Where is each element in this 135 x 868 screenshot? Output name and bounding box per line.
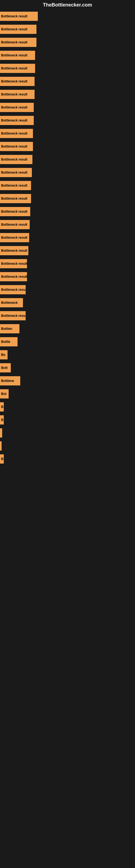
bar-row: Bottleneck result bbox=[0, 10, 135, 23]
bottleneck-bar: Bottleneck result bbox=[0, 259, 27, 268]
bottleneck-bar: B bbox=[0, 415, 4, 425]
bottleneck-bar: B bbox=[0, 402, 4, 411]
bar-row: Bottleneck result bbox=[0, 153, 135, 166]
bar-row: Bottleneck result bbox=[0, 75, 135, 88]
bottleneck-bar: Bottleneck result bbox=[0, 103, 34, 112]
bottleneck-bar: Bottleneck result bbox=[0, 64, 35, 73]
bottleneck-bar: Bottleneck result bbox=[0, 207, 30, 216]
bottleneck-bar: Bottleneck result bbox=[0, 51, 35, 60]
bottleneck-bar: Bottleneck result bbox=[0, 90, 35, 99]
bar-row: Bottleneck result bbox=[0, 283, 135, 296]
bottleneck-bar: Bottleneck result bbox=[0, 116, 34, 125]
bar-row: B bbox=[0, 414, 135, 426]
bar-row bbox=[0, 427, 135, 439]
bar-row: Bottleneck result bbox=[0, 49, 135, 62]
bar-row: Bo bbox=[0, 348, 135, 361]
bar-row: Bottleneck result bbox=[0, 140, 135, 153]
bottleneck-bar: Bottleneck result bbox=[0, 272, 27, 281]
bar-row: Bottleneck result bbox=[0, 179, 135, 192]
bar-label: Bottleneck result bbox=[1, 105, 27, 109]
bar-label: B bbox=[1, 405, 3, 409]
bar-label: Bottleneck result bbox=[1, 40, 27, 44]
bar-row: Bottleneck result bbox=[0, 257, 135, 270]
bar-row: Bottleneck result bbox=[0, 310, 135, 322]
bar-label: Bottleneck result bbox=[1, 184, 27, 187]
bar-label: Bottleneck result bbox=[1, 262, 27, 266]
bar-row: Bottleneck result bbox=[0, 192, 135, 205]
bar-row: Bottle bbox=[0, 336, 135, 348]
bar-label: Bottleneck result bbox=[1, 158, 27, 161]
bar-label: Bottleneck result bbox=[1, 80, 27, 83]
bar-label: Bottleneck result bbox=[1, 119, 27, 122]
bar-label: Bottleneck result bbox=[1, 275, 27, 279]
bar-label: Bottlene bbox=[1, 379, 14, 383]
bar-row: Bott bbox=[0, 362, 135, 374]
bottleneck-bar: Bottleneck result bbox=[0, 168, 32, 177]
bottleneck-bar: Bottleneck result bbox=[0, 155, 32, 164]
bar-row: Bottleneck result bbox=[0, 218, 135, 231]
bottleneck-bar: Bottleneck result bbox=[0, 233, 29, 242]
bar-label: Bottleneck result bbox=[1, 170, 27, 175]
bar-label: Bott bbox=[1, 366, 8, 370]
bottleneck-bar: Bottleneck result bbox=[0, 285, 26, 294]
bar-label: Bottlen bbox=[1, 327, 12, 331]
bar-row: Bottleneck result bbox=[0, 36, 135, 49]
bottleneck-bar: Bottleneck result bbox=[0, 181, 31, 190]
bar-label: Bottleneck result bbox=[1, 314, 26, 318]
bar-label: Bottleneck result bbox=[1, 197, 27, 200]
bar-row: Bottleneck result bbox=[0, 114, 135, 127]
bars-container: Bottleneck resultBottleneck resultBottle… bbox=[0, 10, 135, 466]
bar-row: Bottleneck result bbox=[0, 62, 135, 74]
bar-row: Bottleneck result bbox=[0, 127, 135, 140]
bar-label: Bottleneck result bbox=[1, 27, 27, 31]
bar-label: Bot bbox=[1, 392, 6, 396]
bottleneck-bar: Bottleneck result bbox=[0, 311, 26, 320]
bar-label: Bottle bbox=[1, 340, 10, 344]
bottleneck-bar: Bottleneck result bbox=[0, 25, 37, 34]
bar-row: Bottleneck result bbox=[0, 271, 135, 283]
bar-label: Bottleneck result bbox=[1, 288, 26, 291]
bottleneck-bar: Bottleneck result bbox=[0, 77, 35, 86]
bar-row: B bbox=[0, 401, 135, 413]
bottleneck-bar: Bottleneck result bbox=[0, 220, 30, 229]
bottleneck-bar: Bo bbox=[0, 350, 8, 360]
bar-row bbox=[0, 440, 135, 452]
bar-label: Bottleneck bbox=[1, 301, 17, 305]
bottleneck-bar: Bottlene bbox=[0, 376, 20, 385]
bottleneck-bar: Bottleneck bbox=[0, 298, 23, 307]
bottleneck-bar: Bot bbox=[0, 389, 9, 399]
bar-label: Bottleneck result bbox=[1, 223, 27, 226]
bar-label: B bbox=[1, 418, 3, 422]
site-title: TheBottlenecker.com bbox=[0, 0, 135, 10]
bar-row: Bottlene bbox=[0, 375, 135, 387]
bar-label: Bottleneck result bbox=[1, 249, 27, 252]
bottleneck-bar: Bottle bbox=[0, 337, 17, 346]
bottleneck-bar bbox=[0, 428, 2, 437]
bar-row: Bot bbox=[0, 388, 135, 400]
bar-row: Bottleneck result bbox=[0, 231, 135, 244]
bar-row: Bottleneck result bbox=[0, 88, 135, 101]
bar-label: Bottleneck result bbox=[1, 236, 27, 240]
bar-label: Bottleneck result bbox=[1, 210, 27, 214]
bar-label: Bottleneck result bbox=[1, 131, 27, 135]
bar-row: Bottleneck result bbox=[0, 166, 135, 179]
bottleneck-bar: Bott bbox=[0, 363, 11, 372]
bottleneck-bar: Bottleneck result bbox=[0, 246, 28, 255]
bar-label: Bottleneck result bbox=[1, 54, 27, 57]
bottleneck-bar: Bottleneck result bbox=[0, 142, 33, 151]
bar-label: Bottleneck result bbox=[1, 66, 27, 70]
bar-label: B bbox=[1, 457, 3, 461]
bar-row: Bottleneck result bbox=[0, 23, 135, 35]
bottleneck-bar: Bottleneck result bbox=[0, 12, 38, 21]
bottleneck-bar: Bottleneck result bbox=[0, 194, 31, 203]
bottleneck-bar: Bottleneck result bbox=[0, 129, 33, 138]
bar-row: Bottleneck result bbox=[0, 244, 135, 257]
bar-label: Bottleneck result bbox=[1, 145, 27, 148]
bottleneck-bar: Bottleneck result bbox=[0, 38, 37, 47]
bar-row: Bottleneck result bbox=[0, 101, 135, 114]
bar-label: Bottleneck result bbox=[1, 93, 27, 96]
bottleneck-bar: Bottlen bbox=[0, 324, 19, 333]
bar-row: B bbox=[0, 453, 135, 465]
bottleneck-bar bbox=[0, 441, 2, 451]
bar-label: Bo bbox=[1, 353, 5, 357]
